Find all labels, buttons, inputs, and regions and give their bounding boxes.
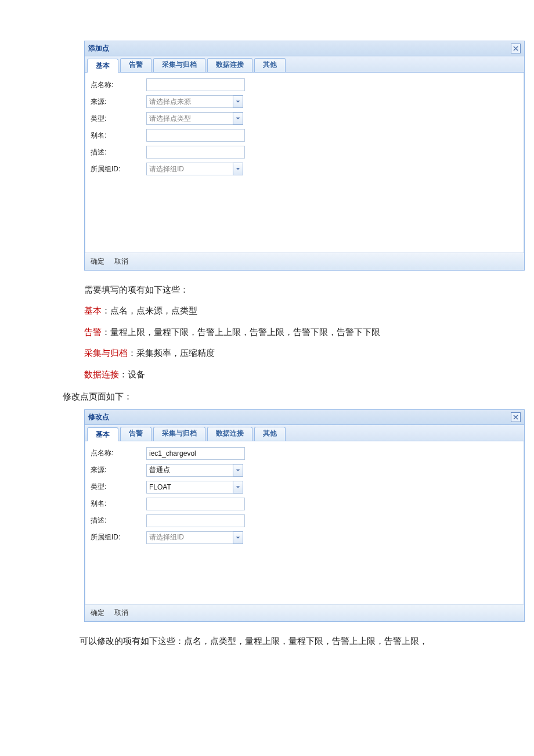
dialog-titlebar: 修改点 [85, 410, 524, 425]
rest-basic: ：点名，点来源，点类型 [102, 306, 197, 315]
head-basic: 基本 [84, 306, 102, 315]
rest-collect: ：采集频率，压缩精度 [128, 348, 215, 358]
tab-other[interactable]: 其他 [254, 58, 286, 72]
combo-type-trigger[interactable] [233, 481, 243, 494]
tab-dataconn[interactable]: 数据连接 [207, 427, 252, 441]
chevron-down-icon [236, 116, 240, 121]
close-button[interactable] [511, 44, 521, 53]
input-alias[interactable] [146, 129, 245, 142]
chevron-down-icon [236, 99, 240, 104]
input-alias[interactable] [146, 498, 245, 510]
tab-basic[interactable]: 基本 [87, 59, 118, 73]
head-alarm: 告警 [84, 327, 102, 337]
tab-other[interactable]: 其他 [254, 427, 286, 441]
chevron-down-icon [236, 535, 240, 540]
prose-block-2: 可以修改的项有如下这些：点名，点类型，量程上限，量程下限，告警上上限，告警上限， [63, 632, 524, 650]
tab-strip: 基本 告警 采集与归档 数据连接 其他 [85, 425, 524, 441]
dialog-footer: 确定 取消 [85, 604, 524, 621]
ok-button[interactable]: 确定 [91, 608, 104, 618]
label-desc: 描述: [91, 147, 146, 157]
close-button[interactable] [511, 412, 521, 422]
label-type: 类型: [91, 114, 146, 124]
chevron-down-icon [236, 485, 240, 489]
combo-type-trigger[interactable] [233, 112, 243, 125]
combo-group[interactable] [146, 531, 233, 544]
form-body: 点名称: 来源: 类型: [85, 73, 524, 253]
add-point-dialog: 添加点 基本 告警 采集与归档 数据连接 其他 点名称: 来源: [84, 41, 525, 271]
combo-type[interactable] [146, 481, 233, 494]
combo-source[interactable] [146, 95, 233, 108]
mid-line: 修改点页面如下： [63, 388, 525, 405]
label-source: 来源: [91, 97, 146, 107]
close-icon [513, 46, 518, 51]
combo-group[interactable] [146, 163, 233, 175]
cancel-button[interactable]: 取消 [114, 257, 128, 267]
edit-summary: 可以修改的项有如下这些：点名，点类型，量程上限，量程下限，告警上上限，告警上限， [63, 632, 524, 650]
label-group: 所属组ID: [91, 532, 146, 542]
chevron-down-icon [236, 468, 240, 473]
tab-dataconn[interactable]: 数据连接 [207, 58, 252, 72]
dialog-footer: 确定 取消 [85, 253, 524, 270]
close-icon [513, 415, 518, 420]
chevron-down-icon [236, 167, 240, 171]
tab-alarm[interactable]: 告警 [120, 427, 151, 441]
rest-dataconn: ：设备 [119, 370, 145, 379]
edit-point-dialog: 修改点 基本 告警 采集与归档 数据连接 其他 点名称: 来源: [84, 409, 525, 622]
dialog-titlebar: 添加点 [85, 41, 524, 56]
dialog-title: 修改点 [88, 412, 109, 422]
dialog-title: 添加点 [88, 44, 109, 53]
combo-source-trigger[interactable] [233, 95, 243, 108]
cancel-button[interactable]: 取消 [114, 608, 128, 618]
intro-line: 需要填写的项有如下这些： [84, 281, 525, 298]
label-desc: 描述: [91, 516, 146, 525]
head-dataconn: 数据连接 [84, 370, 119, 379]
label-name: 点名称: [91, 448, 146, 458]
tab-strip: 基本 告警 采集与归档 数据连接 其他 [85, 56, 524, 73]
tab-collect[interactable]: 采集与归档 [153, 427, 205, 441]
form-body: 点名称: 来源: 类型: [85, 441, 524, 604]
combo-source[interactable] [146, 464, 233, 477]
input-desc[interactable] [146, 146, 245, 159]
tab-alarm[interactable]: 告警 [120, 58, 151, 72]
combo-group-trigger[interactable] [233, 531, 243, 544]
input-name[interactable] [146, 447, 245, 460]
label-type: 类型: [91, 482, 146, 492]
input-desc[interactable] [146, 514, 245, 527]
label-alias: 别名: [91, 499, 146, 509]
combo-group-trigger[interactable] [233, 163, 243, 175]
ok-button[interactable]: 确定 [91, 257, 104, 267]
tab-basic[interactable]: 基本 [87, 427, 118, 441]
prose-block-1: 需要填写的项有如下这些： 基本：点名，点来源，点类型 告警：量程上限，量程下限，… [84, 281, 525, 383]
input-name[interactable] [146, 78, 245, 91]
head-collect: 采集与归档 [84, 348, 128, 358]
combo-type[interactable] [146, 112, 233, 125]
label-group: 所属组ID: [91, 164, 146, 174]
label-alias: 别名: [91, 131, 146, 141]
rest-alarm: ：量程上限，量程下限，告警上上限，告警上限，告警下限，告警下下限 [102, 327, 380, 337]
combo-source-trigger[interactable] [233, 464, 243, 477]
prose-mid: 修改点页面如下： [63, 388, 525, 405]
label-source: 来源: [91, 465, 146, 475]
label-name: 点名称: [91, 80, 146, 90]
tab-collect[interactable]: 采集与归档 [153, 58, 205, 72]
